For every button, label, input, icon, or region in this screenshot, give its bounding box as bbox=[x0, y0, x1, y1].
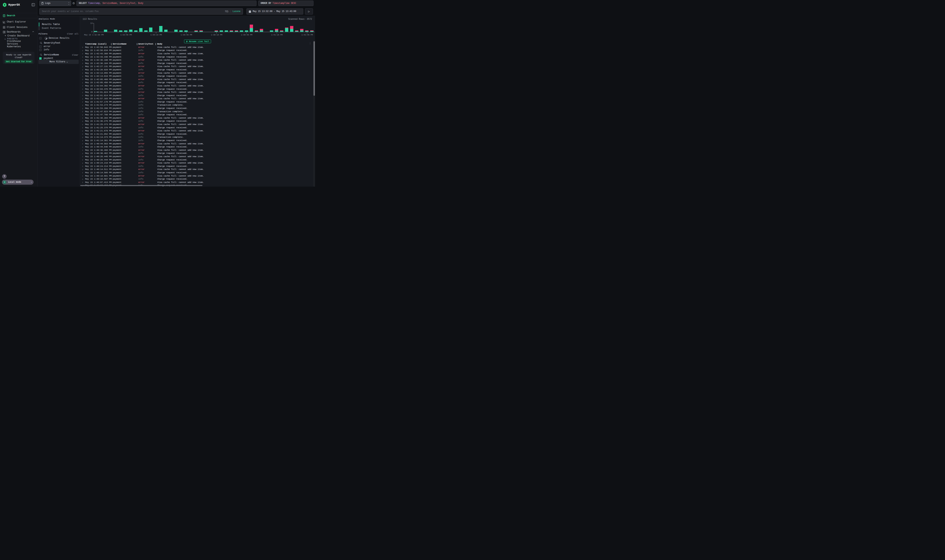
table-row[interactable]: May 15 1:42:43.360 PMpaymenterrorVisa ca… bbox=[80, 52, 312, 55]
table-row[interactable]: May 15 1:41:30.283 PMpaymenterrorVisa ca… bbox=[80, 116, 312, 120]
select-query-input[interactable]: SELECT Timestamp, ServiceName, SeverityT… bbox=[76, 1, 256, 6]
time-range-picker[interactable]: May 15 13:32:00 - May 15 13:43:00 bbox=[247, 8, 303, 15]
table-row[interactable]: May 15 1:40:10.597 PMpaymentinfoCharge r… bbox=[80, 177, 312, 181]
denoise-results-option[interactable]: Denoise Results bbox=[39, 37, 78, 40]
table-row[interactable]: May 15 1:42:01.814 PMpaymentinfoCharge r… bbox=[80, 94, 312, 97]
column-header-servicename[interactable]: ServiceName bbox=[113, 43, 138, 46]
row-expand-chevron-icon[interactable] bbox=[80, 62, 85, 65]
local-mode-button[interactable]: U Local mode bbox=[2, 180, 34, 185]
row-expand-chevron-icon[interactable] bbox=[80, 46, 85, 48]
table-row[interactable]: May 15 1:40:14.511 PMpaymenterrorVisa ca… bbox=[80, 168, 312, 171]
filter-option-info[interactable]: info bbox=[39, 48, 78, 51]
row-expand-chevron-icon[interactable] bbox=[80, 142, 85, 145]
row-expand-chevron-icon[interactable] bbox=[80, 123, 85, 126]
clear-all-button[interactable]: Clear all bbox=[67, 32, 78, 35]
row-expand-chevron-icon[interactable] bbox=[80, 171, 85, 174]
table-row[interactable]: May 15 1:41:21.678 PMpaymenterrorVisa ca… bbox=[80, 129, 312, 132]
checkbox-error[interactable] bbox=[39, 45, 42, 48]
column-header-timestamp[interactable]: Timestamp (Local) bbox=[85, 43, 113, 46]
table-row[interactable]: May 15 1:40:44.563 PMpaymenterrorVisa ca… bbox=[80, 142, 312, 145]
row-expand-chevron-icon[interactable] bbox=[80, 75, 85, 77]
table-row[interactable]: May 15 1:42:43.336 PMpaymentinfoCharge r… bbox=[80, 55, 312, 58]
source-select[interactable]: Logs bbox=[39, 1, 71, 6]
sidebar-item-chart-explorer[interactable]: Chart Explorer bbox=[0, 19, 37, 25]
filter-option-payment[interactable]: ✓payment bbox=[39, 57, 78, 60]
lucene-mode-button[interactable]: Lucene bbox=[233, 10, 240, 13]
row-expand-chevron-icon[interactable] bbox=[80, 175, 85, 177]
table-row[interactable]: May 15 1:42:13.055 PMpaymenterrorVisa ca… bbox=[80, 71, 312, 75]
row-expand-chevron-icon[interactable] bbox=[80, 52, 85, 55]
row-expand-chevron-icon[interactable] bbox=[80, 158, 85, 161]
horizontal-scrollbar-thumb[interactable] bbox=[80, 185, 202, 186]
row-expand-chevron-icon[interactable] bbox=[80, 49, 85, 52]
row-expand-chevron-icon[interactable] bbox=[80, 120, 85, 122]
filter-option-error[interactable]: error bbox=[39, 45, 78, 48]
table-row[interactable]: May 15 1:40:24.214 PMpaymentinfoCharge r… bbox=[80, 165, 312, 168]
table-row[interactable]: May 15 1:40:26.444 PMpaymentinfoCharge r… bbox=[80, 158, 312, 162]
row-expand-chevron-icon[interactable] bbox=[80, 104, 85, 106]
sidebar-collapse-icon[interactable] bbox=[32, 3, 35, 6]
table-row[interactable]: May 15 1:41:14.361 PMpaymentinfoCharge r… bbox=[80, 139, 312, 142]
table-row[interactable]: May 15 1:42:01.824 PMpaymenterrorVisa ca… bbox=[80, 91, 312, 94]
row-expand-chevron-icon[interactable] bbox=[80, 101, 85, 103]
gear-icon[interactable]: ⚙ bbox=[71, 1, 76, 6]
table-row[interactable]: May 15 1:42:13.019 PMpaymentinfoCharge r… bbox=[80, 74, 312, 78]
row-expand-chevron-icon[interactable] bbox=[80, 181, 85, 183]
table-row[interactable]: May 15 1:42:50.843 PMpaymenterrorVisa ca… bbox=[80, 46, 312, 49]
column-header-body[interactable]: Body bbox=[157, 43, 312, 46]
row-expand-chevron-icon[interactable] bbox=[80, 168, 85, 171]
table-row[interactable]: May 15 1:41:25.373 PMpaymenterrorVisa ca… bbox=[80, 123, 312, 126]
table-row[interactable]: May 15 1:41:47.823 PMpaymentinfoTransact… bbox=[80, 110, 312, 113]
table-row[interactable]: May 15 1:42:04.376 PMpaymentinfoCharge r… bbox=[80, 88, 312, 91]
table-row[interactable]: May 15 1:40:44.546 PMpaymentinfoCharge r… bbox=[80, 145, 312, 148]
table-row[interactable]: May 15 1:41:25.370 PMpaymentinfoCharge r… bbox=[80, 126, 312, 129]
more-filters-button[interactable]: More filters bbox=[39, 60, 79, 64]
table-row[interactable]: May 15 1:40:26.445 PMpaymenterrorVisa ca… bbox=[80, 155, 312, 158]
sidebar-preset-kubernetes[interactable]: Kubernetes bbox=[7, 45, 21, 48]
row-expand-chevron-icon[interactable] bbox=[80, 139, 85, 142]
table-row[interactable]: May 15 1:41:14.373 PMpaymentinfoTransact… bbox=[80, 135, 312, 139]
table-row[interactable]: May 15 1:42:05.460 PMpaymenterrorVisa ca… bbox=[80, 78, 312, 81]
sidebar-preset-services[interactable]: Services bbox=[7, 43, 18, 45]
table-row[interactable]: May 15 1:41:53.274 PMpaymentinfoTransact… bbox=[80, 103, 312, 107]
results-histogram[interactable]: 12 0 May 15 1:32:00 PM1:33:45 PM1:35:15 … bbox=[80, 22, 315, 34]
table-row[interactable]: May 15 1:40:24.219 PMpaymenterrorVisa ca… bbox=[80, 161, 312, 165]
table-row[interactable]: May 15 1:42:27.131 PMpaymenterrorVisa ca… bbox=[80, 65, 312, 68]
row-expand-chevron-icon[interactable] bbox=[80, 85, 85, 87]
table-row[interactable]: May 15 1:41:57.183 PMpaymenterrorVisa ca… bbox=[80, 97, 312, 100]
row-expand-chevron-icon[interactable] bbox=[80, 133, 85, 135]
table-row[interactable]: May 15 1:42:04.392 PMpaymenterrorVisa ca… bbox=[80, 84, 312, 88]
table-row[interactable]: May 15 1:40:14.505 PMpaymentinfoCharge r… bbox=[80, 171, 312, 174]
order-by-input[interactable]: ORDER BY TimestampTime DESC bbox=[258, 1, 313, 6]
sidebar-preset-clickhouse[interactable]: Clickhouse bbox=[7, 40, 21, 43]
column-separator[interactable]: ⋮ bbox=[154, 43, 157, 46]
checkbox-info[interactable] bbox=[39, 49, 42, 51]
column-separator[interactable]: ⋮ bbox=[136, 43, 138, 46]
table-row[interactable]: May 15 1:40:10.601 PMpaymenterrorVisa ca… bbox=[80, 174, 312, 177]
row-expand-chevron-icon[interactable] bbox=[80, 126, 85, 129]
table-row[interactable]: May 15 1:40:07.413 PMpaymenterrorVisa ca… bbox=[80, 181, 312, 184]
get-started-button[interactable]: Get Started for Free bbox=[5, 60, 32, 63]
row-expand-chevron-icon[interactable] bbox=[80, 152, 85, 154]
help-button[interactable]: ? bbox=[2, 174, 6, 178]
table-row[interactable]: May 15 1:41:30.275 PMpaymentinfoCharge r… bbox=[80, 120, 312, 123]
run-query-button[interactable]: ▷ bbox=[305, 8, 313, 15]
row-expand-chevron-icon[interactable] bbox=[80, 97, 85, 100]
row-expand-chevron-icon[interactable] bbox=[80, 136, 85, 138]
sidebar-item-search[interactable]: Search bbox=[0, 13, 37, 18]
table-row[interactable]: May 15 1:42:26.920 PMpaymentinfoCharge r… bbox=[80, 68, 312, 71]
sql-mode-button[interactable]: SQL bbox=[225, 10, 229, 13]
table-row[interactable]: May 15 1:41:53.260 PMpaymentinfoCharge r… bbox=[80, 106, 312, 110]
row-expand-chevron-icon[interactable] bbox=[80, 110, 85, 113]
row-expand-chevron-icon[interactable] bbox=[80, 117, 85, 119]
column-separator[interactable]: ⋮ bbox=[110, 43, 113, 46]
analysis-mode-option-results-table[interactable]: Results Table bbox=[39, 23, 78, 26]
table-row[interactable]: May 15 1:41:47.766 PMpaymentinfoCharge r… bbox=[80, 113, 312, 116]
row-expand-chevron-icon[interactable] bbox=[80, 59, 85, 61]
table-row[interactable]: May 15 1:42:05.450 PMpaymentinfoCharge r… bbox=[80, 81, 312, 84]
row-expand-chevron-icon[interactable] bbox=[80, 113, 85, 116]
vertical-scrollbar-thumb[interactable] bbox=[313, 41, 315, 96]
row-expand-chevron-icon[interactable] bbox=[80, 91, 85, 94]
row-expand-chevron-icon[interactable] bbox=[80, 68, 85, 71]
analysis-mode-option-event-patterns[interactable]: Event Patterns bbox=[39, 26, 78, 30]
